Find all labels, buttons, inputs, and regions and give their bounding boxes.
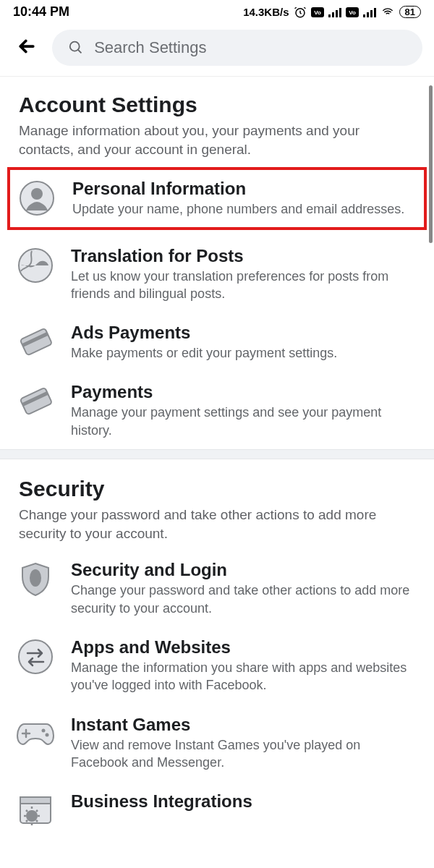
battery-level: 81	[399, 6, 421, 18]
globe-icon	[16, 246, 55, 285]
item-translation[interactable]: Translation for Posts Let us know your t…	[0, 236, 434, 313]
status-right: 14.3KB/s Vo Vo 81	[243, 6, 421, 19]
item-title: Personal Information	[72, 179, 417, 199]
svg-rect-3	[328, 14, 331, 17]
volte-icon-2: Vo	[346, 7, 359, 17]
person-circle-icon	[17, 179, 56, 218]
item-desc: Change your password and take other acti…	[71, 582, 418, 617]
settings-scroll[interactable]: Account Settings Manage information abou…	[0, 77, 434, 841]
svg-text:Vo: Vo	[314, 9, 321, 16]
item-instant-games[interactable]: Instant Games View and remove Instant Ga…	[0, 705, 434, 782]
signal-icon-2	[363, 7, 376, 17]
gamepad-icon	[16, 715, 55, 754]
item-title: Translation for Posts	[71, 246, 418, 266]
section-title-account: Account Settings	[19, 93, 415, 117]
section-title-security: Security	[19, 477, 415, 501]
svg-point-27	[26, 810, 38, 822]
svg-point-15	[31, 188, 43, 200]
signal-icon-1	[328, 7, 341, 17]
section-heading-security: Security Change your password and take o…	[0, 459, 434, 550]
section-subtitle-account: Manage information about you, your payme…	[19, 122, 415, 158]
svg-rect-11	[370, 10, 373, 17]
item-ads-payments[interactable]: Ads Payments Make payments or edit your …	[0, 312, 434, 372]
item-desc: Manage your payment settings and see you…	[71, 404, 418, 439]
item-payments[interactable]: Payments Manage your payment settings an…	[0, 372, 434, 449]
svg-point-21	[30, 569, 41, 587]
card-icon	[16, 382, 55, 421]
section-divider	[0, 449, 434, 459]
item-desc: Update your name, phone numbers and emai…	[72, 200, 417, 218]
wifi-icon	[380, 7, 395, 18]
item-business-integrations[interactable]: Business Integrations	[0, 781, 434, 841]
svg-rect-17	[20, 328, 53, 356]
item-desc: Manage the information you share with ap…	[71, 659, 418, 694]
alarm-icon	[294, 6, 307, 19]
item-personal-information[interactable]: Personal Information Update your name, p…	[7, 167, 427, 229]
volte-icon-1: Vo	[311, 7, 324, 17]
svg-rect-9	[363, 14, 365, 17]
item-title: Apps and Websites	[71, 637, 418, 658]
item-title: Instant Games	[71, 715, 418, 735]
search-input[interactable]	[94, 38, 407, 57]
back-button[interactable]	[16, 35, 38, 60]
item-apps-websites[interactable]: Apps and Websites Manage the information…	[0, 627, 434, 705]
shield-icon	[16, 560, 55, 599]
item-title: Ads Payments	[71, 323, 418, 343]
section-subtitle-security: Change your password and take other acti…	[19, 506, 415, 542]
item-desc: View and remove Instant Games you've pla…	[71, 736, 418, 772]
svg-text:Vo: Vo	[349, 9, 356, 16]
item-desc: Make payments or edit your payment setti…	[71, 344, 418, 362]
card-icon	[16, 323, 55, 362]
section-heading-account: Account Settings Manage information abou…	[0, 77, 434, 166]
item-title: Security and Login	[71, 560, 418, 580]
svg-rect-10	[367, 12, 369, 17]
browser-gear-icon	[16, 791, 55, 830]
item-title: Payments	[71, 382, 418, 402]
scrollbar[interactable]	[429, 85, 433, 243]
svg-rect-12	[374, 8, 376, 17]
svg-rect-26	[20, 797, 51, 804]
status-bar: 10:44 PM 14.3KB/s Vo Vo 81	[0, 0, 434, 22]
app-header	[0, 22, 434, 77]
svg-rect-6	[339, 8, 341, 17]
item-title: Business Integrations	[71, 791, 418, 812]
svg-point-22	[19, 640, 52, 673]
svg-point-23	[42, 728, 46, 732]
swap-arrows-icon	[16, 637, 55, 676]
item-security-login[interactable]: Security and Login Change your password …	[0, 550, 434, 627]
search-field[interactable]	[52, 30, 422, 66]
svg-point-24	[46, 733, 49, 736]
svg-rect-19	[20, 388, 53, 415]
item-desc: Let us know your translation preferences…	[71, 268, 418, 303]
svg-point-13	[70, 42, 80, 51]
status-speed: 14.3KB/s	[243, 6, 289, 18]
svg-rect-4	[332, 12, 334, 17]
status-time: 10:44 PM	[13, 4, 69, 20]
search-icon	[68, 39, 84, 56]
svg-rect-5	[336, 10, 338, 17]
